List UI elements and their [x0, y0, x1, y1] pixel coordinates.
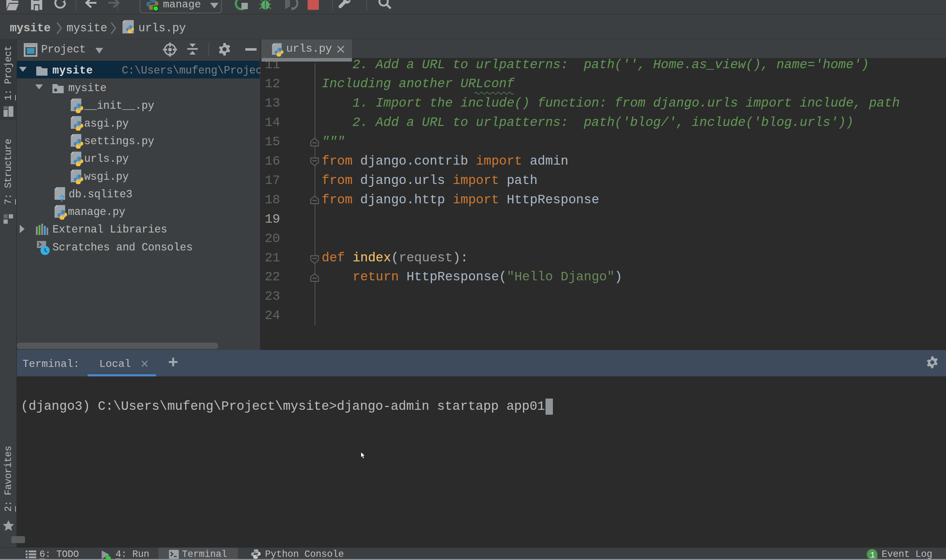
svg-text:?: ? — [59, 193, 65, 204]
svg-text:1: 1 — [870, 551, 875, 560]
